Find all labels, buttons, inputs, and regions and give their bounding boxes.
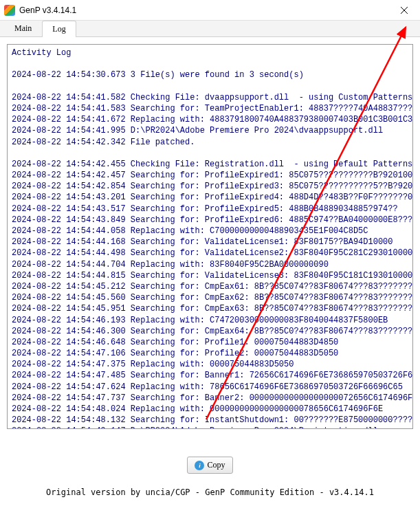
tab-log[interactable]: Log [42, 21, 76, 37]
tab-main[interactable]: Main [4, 20, 42, 36]
close-button[interactable] [388, 0, 420, 20]
log-textarea[interactable]: Activity Log 2024-08-22 14:54:30.673 3 F… [7, 44, 413, 429]
bottom-area: i Copy Original version by uncia/CGP - G… [0, 436, 420, 497]
copy-button[interactable]: i Copy [187, 457, 232, 474]
window-controls [388, 0, 420, 20]
close-icon [401, 7, 408, 14]
info-icon: i [195, 461, 204, 470]
window-title: GenP v3.4.14.1 [19, 6, 388, 15]
footer-text: Original version by uncia/CGP - GenP Com… [0, 487, 420, 497]
titlebar: GenP v3.4.14.1 [0, 0, 420, 21]
app-icon [4, 5, 15, 16]
tab-bar: Main Log [0, 21, 420, 37]
copy-button-label: Copy [207, 460, 225, 470]
log-body: 2024-08-22 14:54:30.673 3 File(s) were f… [12, 70, 413, 429]
log-header: Activity Log [12, 48, 71, 58]
